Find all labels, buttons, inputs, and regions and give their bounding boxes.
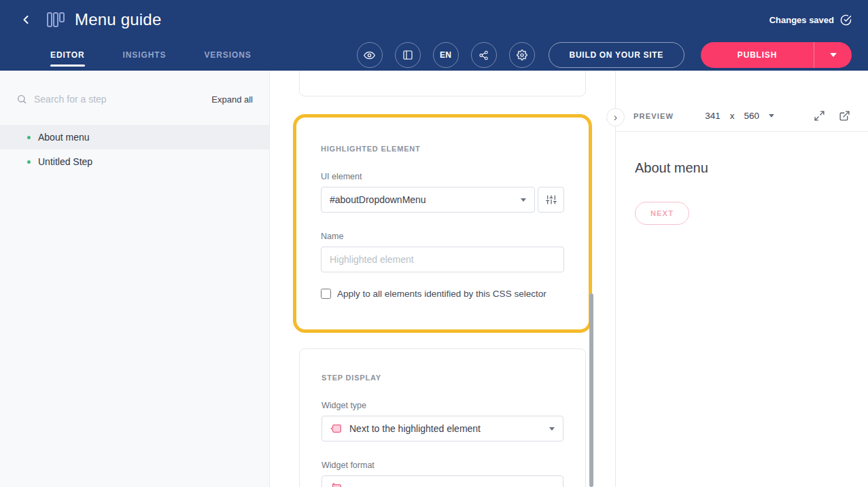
app-window: Menu guide Changes saved EDITOR INSIGHTS… <box>0 0 868 487</box>
changes-saved-label: Changes saved <box>769 15 834 25</box>
next-button[interactable]: NEXT <box>635 202 689 225</box>
name-label: Name <box>321 232 564 241</box>
step-search-input[interactable] <box>34 94 205 105</box>
publish-button-group: PUBLISH <box>701 42 852 68</box>
ui-element-select[interactable]: #aboutDropdownMenu <box>321 187 535 213</box>
back-button[interactable] <box>16 10 35 29</box>
vertical-scrollbar[interactable] <box>589 293 593 487</box>
share-button[interactable] <box>471 42 497 68</box>
highlighted-element-card-ring: HIGHLIGHTED ELEMENT UI element #aboutDro… <box>293 114 592 333</box>
preview-header: PREVIEW 341 x 560 <box>616 101 868 132</box>
eye-icon <box>364 50 375 61</box>
tab-insights[interactable]: INSIGHTS <box>123 39 167 71</box>
changes-saved-status: Changes saved <box>769 14 852 26</box>
editor-tabs: EDITOR INSIGHTS VERSIONS <box>50 39 251 71</box>
steps-sidebar: Expand all About menu Untitled Step <box>0 71 270 487</box>
chevron-down-icon <box>830 53 837 57</box>
step-item-about-menu[interactable]: About menu <box>0 125 269 149</box>
preview-content: About menu NEXT <box>616 132 868 225</box>
language-button[interactable]: EN <box>433 42 459 68</box>
open-in-new-window-button[interactable] <box>839 110 850 122</box>
step-search-row: Expand all <box>16 94 253 105</box>
preview-size-dropdown[interactable]: 341 x 560 <box>705 111 774 121</box>
collapse-preview-button[interactable]: › <box>606 108 625 126</box>
step-label: Untitled Step <box>38 156 92 167</box>
widget-type-label: Widget type <box>322 401 563 410</box>
external-link-icon <box>839 110 850 122</box>
page-body: Expand all About menu Untitled Step HIGH… <box>0 71 868 487</box>
build-on-your-site-button[interactable]: BUILD ON YOUR SITE <box>549 42 684 68</box>
preview-step-title: About menu <box>635 160 849 176</box>
section-title: HIGHLIGHTED ELEMENT <box>321 145 564 153</box>
top-header: Menu guide Changes saved EDITOR INSIGHTS… <box>0 0 868 71</box>
widget-type-select[interactable]: Next to the highlighted element <box>322 416 563 441</box>
search-icon <box>16 94 27 105</box>
step-display-card: STEP DISPLAY Widget type Next to the hig… <box>299 348 586 487</box>
chevron-down-icon <box>521 198 526 202</box>
publish-dropdown-button[interactable] <box>814 42 852 68</box>
header-title-row: Menu guide Changes saved <box>0 0 868 39</box>
step-status-dot <box>27 160 31 164</box>
check-circle-icon <box>840 14 852 26</box>
guide-bars-icon <box>46 11 65 29</box>
preview-width: 341 <box>705 111 721 121</box>
tab-versions[interactable]: VERSIONS <box>204 39 251 71</box>
preview-header-actions <box>814 110 850 122</box>
share-icon <box>479 50 489 60</box>
header-actions: EN BUILD ON YOUR SITE PUBLISH <box>357 39 852 71</box>
header-toolbar-row: EDITOR INSIGHTS VERSIONS EN <box>0 39 868 71</box>
highlighted-element-name-input[interactable] <box>321 247 564 272</box>
preview-eye-button[interactable] <box>357 42 383 68</box>
sliders-icon <box>546 194 557 205</box>
step-list: About menu Untitled Step <box>0 125 269 174</box>
layout-icon <box>402 50 413 60</box>
step-label: About menu <box>38 132 90 143</box>
tab-editor[interactable]: EDITOR <box>50 39 85 71</box>
widget-format-label: Widget format <box>322 461 563 470</box>
maximize-icon <box>814 110 825 122</box>
settings-button[interactable] <box>509 42 535 68</box>
gear-icon <box>517 50 527 60</box>
chevron-down-icon <box>549 427 555 431</box>
step-status-dot <box>27 136 31 139</box>
highlighted-element-card: HIGHLIGHTED ELEMENT UI element #aboutDro… <box>299 120 586 327</box>
chevron-down-icon <box>769 114 774 118</box>
ui-element-label: UI element <box>321 172 564 181</box>
size-separator: x <box>730 111 735 121</box>
expand-all-link[interactable]: Expand all <box>211 94 253 105</box>
section-title: STEP DISPLAY <box>322 374 563 382</box>
step-settings-panel: HIGHLIGHTED ELEMENT UI element #aboutDro… <box>270 71 615 487</box>
layout-button[interactable] <box>395 42 421 68</box>
settings-card-partial <box>299 71 586 96</box>
ui-element-row: #aboutDropdownMenu <box>321 187 564 213</box>
publish-button[interactable]: PUBLISH <box>701 42 814 68</box>
step-item-untitled-step[interactable]: Untitled Step <box>0 149 269 174</box>
tooltip-widget-icon <box>330 482 343 487</box>
chevron-left-icon <box>19 13 33 26</box>
page-title: Menu guide <box>75 10 161 29</box>
apply-all-label: Apply to all elements identified by this… <box>337 289 546 299</box>
selector-settings-button[interactable] <box>538 187 564 213</box>
preview-height: 560 <box>744 111 759 121</box>
widget-type-value: Next to the highlighted element <box>349 423 481 434</box>
preview-label: PREVIEW <box>633 112 674 120</box>
preview-panel: › PREVIEW 341 x 560 <box>615 71 868 487</box>
tooltip-widget-icon <box>330 422 343 435</box>
widget-format-select[interactable] <box>322 475 563 487</box>
ui-element-value: #aboutDropdownMenu <box>330 194 426 205</box>
apply-all-row: Apply to all elements identified by this… <box>321 289 564 299</box>
fullscreen-preview-button[interactable] <box>814 110 825 122</box>
apply-all-checkbox[interactable] <box>321 289 331 299</box>
